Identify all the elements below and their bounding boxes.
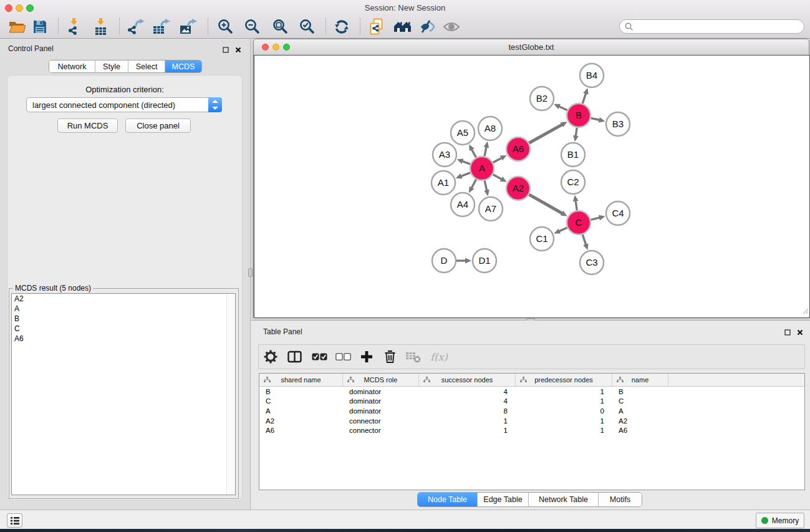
table-row[interactable]: A2connector11A2: [259, 416, 804, 426]
graph-node-B1[interactable]: B1: [561, 143, 585, 167]
select-all-columns-button[interactable]: [307, 345, 331, 369]
graph-node-C[interactable]: C: [567, 211, 591, 235]
export-table-button[interactable]: [150, 16, 173, 37]
table-row[interactable]: Adominator80A: [259, 406, 804, 416]
zoom-in-button[interactable]: [215, 16, 237, 37]
new-network-from-selection-button[interactable]: [365, 16, 388, 37]
column-header-predecessor-nodes[interactable]: predecessor nodes: [516, 374, 612, 386]
graph-node-C4[interactable]: C4: [606, 201, 630, 225]
control-panel-float-icon[interactable]: [221, 46, 230, 54]
graph-node-A1[interactable]: A1: [432, 171, 455, 195]
hide-graphics-details-button[interactable]: [417, 16, 439, 37]
network-canvas[interactable]: AA1A2A3A4A5A6A7A8BB1B2B3B4CC1C2C3C4DD1: [254, 55, 810, 318]
run-mcds-button[interactable]: Run MCDS: [57, 118, 118, 133]
graph-edge-C-C4[interactable]: [591, 218, 599, 220]
graph-node-A4[interactable]: A4: [451, 193, 475, 216]
graph-node-D[interactable]: D: [432, 249, 456, 273]
graph-node-A8[interactable]: A8: [478, 117, 502, 140]
tab-select[interactable]: Select: [128, 60, 165, 72]
apply-layout-button[interactable]: [330, 16, 353, 37]
graph-node-A6[interactable]: A6: [506, 137, 530, 161]
tab-network[interactable]: Network: [49, 60, 95, 72]
memory-button[interactable]: Memory: [756, 513, 804, 528]
column-header-MCDS-role[interactable]: MCDS role: [343, 374, 419, 386]
save-session-button[interactable]: [29, 16, 51, 37]
graph-node-D1[interactable]: D1: [473, 249, 496, 273]
table-panel-close-icon[interactable]: [796, 328, 804, 337]
graph-edge-C-C1[interactable]: [559, 228, 567, 231]
tab-mcds[interactable]: MCDS: [165, 60, 201, 72]
mcds-result-list[interactable]: A2ABCA6: [11, 293, 236, 495]
result-scrollbar[interactable]: [226, 294, 235, 495]
table-row[interactable]: A6connector11A6: [259, 425, 804, 435]
column-header-shared-name[interactable]: shared name: [259, 374, 343, 386]
graph-node-C3[interactable]: C3: [580, 251, 604, 274]
graph-edge-C-C2[interactable]: [576, 201, 577, 210]
control-panel-close-icon[interactable]: [234, 46, 243, 54]
export-network-button[interactable]: [125, 16, 147, 37]
zoom-selected-button[interactable]: [296, 16, 319, 37]
column-header-successor-nodes[interactable]: successor nodes: [419, 374, 516, 386]
zoom-fit-content-button[interactable]: [269, 16, 292, 37]
result-item[interactable]: B: [12, 314, 235, 324]
graph-edge-A6-B[interactable]: [529, 125, 562, 143]
node-table: shared nameMCDS rolesuccessor nodesprede…: [259, 373, 805, 490]
table-row[interactable]: Cdominator41C: [259, 397, 804, 407]
import-table-button[interactable]: [90, 16, 112, 37]
graph-edge-B-B4[interactable]: [582, 94, 586, 104]
graph-edge-C-C3[interactable]: [582, 235, 586, 244]
graph-edge-A-A2[interactable]: [493, 175, 502, 180]
graph-node-B[interactable]: B: [567, 104, 591, 127]
network-window-titlebar[interactable]: testGlobe.txt: [254, 39, 809, 56]
graph-node-A7[interactable]: A7: [479, 197, 503, 221]
graph-edge-B-B3[interactable]: [591, 118, 600, 120]
table-row[interactable]: Bdominator41B: [259, 387, 804, 397]
graph-edge-A-A5[interactable]: [471, 149, 476, 157]
resize-grip-icon[interactable]: [801, 306, 809, 317]
open-file-button[interactable]: [6, 16, 28, 37]
tab-node-table[interactable]: Node Table: [418, 493, 477, 506]
graph-node-A5[interactable]: A5: [451, 121, 475, 145]
graph-node-B2[interactable]: B2: [530, 87, 554, 110]
graph-edge-B-B1[interactable]: [576, 128, 577, 137]
result-item[interactable]: C: [12, 324, 235, 334]
import-network-button[interactable]: [63, 16, 85, 37]
graph-node-B4[interactable]: B4: [580, 64, 604, 87]
table-mode-button[interactable]: [259, 345, 282, 369]
graph-edge-A-A3[interactable]: [462, 161, 470, 164]
show-panels-button[interactable]: [7, 513, 22, 528]
graph-node-C1[interactable]: C1: [530, 227, 554, 251]
graph-edge-A-A8[interactable]: [485, 147, 486, 156]
optimization-criterion-select[interactable]: largest connected component (directed): [26, 97, 222, 112]
result-item[interactable]: A2: [12, 294, 235, 304]
graph-node-A3[interactable]: A3: [433, 143, 456, 167]
tab-style[interactable]: Style: [95, 60, 128, 72]
graph-edge-A-A1[interactable]: [461, 173, 470, 177]
panel-splitter-handle[interactable]: [248, 268, 253, 277]
graph-node-B3[interactable]: B3: [606, 112, 630, 136]
unselect-all-columns-button[interactable]: [331, 345, 355, 369]
search-input[interactable]: [636, 21, 802, 33]
export-image-button[interactable]: [177, 16, 200, 37]
column-header-name[interactable]: name: [612, 374, 668, 386]
delete-columns-button[interactable]: [378, 345, 402, 369]
tab-edge-table[interactable]: Edge Table: [477, 493, 528, 506]
tab-network-table[interactable]: Network Table: [528, 493, 598, 506]
result-item[interactable]: A: [12, 304, 235, 314]
graph-node-C2[interactable]: C2: [561, 170, 585, 194]
network-overview-button[interactable]: [392, 16, 414, 37]
show-column-panel-button[interactable]: [282, 345, 306, 369]
table-panel-float-icon[interactable]: [783, 328, 792, 337]
graph-edge-A-A7[interactable]: [485, 181, 486, 191]
graph-edge-B-B2[interactable]: [559, 106, 567, 110]
graph-node-A2[interactable]: A2: [506, 177, 530, 200]
tab-motifs[interactable]: Motifs: [598, 493, 642, 506]
graph-edge-A2-C[interactable]: [529, 195, 562, 213]
graph-edge-A-A4[interactable]: [471, 180, 476, 188]
graph-node-A[interactable]: A: [470, 157, 494, 180]
zoom-out-button[interactable]: [241, 16, 264, 37]
create-column-button[interactable]: [355, 345, 378, 369]
result-item[interactable]: A6: [12, 334, 235, 344]
graph-edge-A-A6[interactable]: [493, 158, 502, 162]
close-panel-button[interactable]: Close panel: [125, 118, 191, 133]
